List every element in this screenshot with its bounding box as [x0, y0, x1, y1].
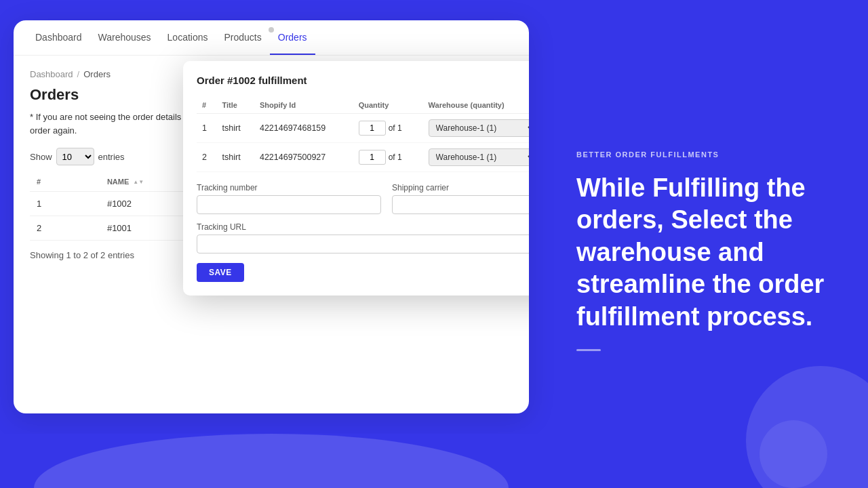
tracking-url-input[interactable] — [197, 235, 529, 253]
accent-line — [576, 349, 601, 351]
nav-dashboard[interactable]: Dashboard — [27, 21, 90, 55]
f-num: 2 — [197, 143, 217, 172]
fulfillment-col-header: Title — [217, 97, 254, 114]
nav-products[interactable]: Products — [216, 21, 270, 55]
nav-warehouses[interactable]: Warehouses — [90, 21, 159, 55]
nav-bar: Dashboard Warehouses Locations Products … — [14, 20, 529, 56]
f-quantity: of 1 — [353, 143, 423, 172]
tracking-url-group: Tracking URL — [197, 222, 529, 253]
col-num: # — [30, 172, 100, 192]
f-shopify-id: 42214697500927 — [254, 143, 353, 172]
entries-label: entries — [98, 152, 125, 162]
left-panel: Dashboard Warehouses Locations Products … — [0, 0, 542, 488]
f-title: tshirt — [217, 143, 254, 172]
breadcrumb-parent[interactable]: Dashboard — [30, 69, 73, 79]
main-card: Dashboard Warehouses Locations Products … — [14, 20, 529, 413]
save-button[interactable]: SAVE — [197, 263, 244, 282]
shipping-carrier-label: Shipping carrier — [392, 183, 529, 192]
f-quantity: of 1 — [353, 114, 423, 143]
fulfillment-col-header: # — [197, 97, 217, 114]
tracking-number-label: Tracking number — [197, 183, 381, 192]
f-shopify-id: 42214697468159 — [254, 114, 353, 143]
fulfillment-row: 2 tshirt 42214697500927 of 1 Warehouse-1… — [197, 143, 529, 172]
qty-input[interactable] — [359, 150, 386, 165]
qty-input[interactable] — [359, 121, 386, 136]
f-warehouse: Warehouse-1 (1) — [423, 114, 529, 143]
shipping-carrier-group: Shipping carrier — [392, 183, 529, 214]
qty-of: of 1 — [389, 152, 402, 162]
f-num: 1 — [197, 114, 217, 143]
white-arc — [34, 434, 509, 488]
warehouse-select[interactable]: Warehouse-1 (1) — [429, 119, 529, 137]
show-label: Show — [30, 152, 52, 162]
warehouse-select[interactable]: Warehouse-1 (1) — [429, 148, 529, 166]
fulfillment-row: 1 tshirt 42214697468159 of 1 Warehouse-1… — [197, 114, 529, 143]
tracking-url-label: Tracking URL — [197, 222, 529, 232]
fulfillment-col-header: Shopify Id — [254, 97, 353, 114]
tracking-number-group: Tracking number — [197, 183, 381, 214]
qty-of: of 1 — [389, 123, 402, 133]
fulfillment-title: Order #1002 fulfillment — [197, 75, 529, 86]
breadcrumb-sep: / — [77, 69, 80, 79]
fulfillment-col-header: Warehouse (quantity) — [423, 97, 529, 114]
tracking-shipping-row: Tracking number Shipping carrier — [197, 183, 529, 214]
cell-num: 2 — [30, 216, 100, 241]
right-panel: BETTER ORDER FULFILLMENTS While Fulfilli… — [542, 0, 868, 488]
deco-circle2 — [760, 420, 827, 488]
fulfillment-table: #TitleShopify IdQuantityWarehouse (quant… — [197, 97, 529, 172]
subtitle-label: BETTER ORDER FULFILLMENTS — [576, 150, 835, 159]
f-title: tshirt — [217, 114, 254, 143]
nav-orders[interactable]: Orders — [270, 21, 315, 55]
shipping-carrier-input[interactable] — [392, 195, 529, 214]
fulfillment-col-header: Quantity — [353, 97, 423, 114]
tracking-number-input[interactable] — [197, 195, 381, 214]
fulfillment-modal: Order #1002 fulfillment #TitleShopify Id… — [183, 61, 529, 296]
nav-locations[interactable]: Locations — [159, 21, 216, 55]
cell-num: 1 — [30, 192, 100, 216]
breadcrumb-current: Orders — [83, 69, 111, 79]
hero-text: While Fulfilling the orders, Select the … — [576, 172, 835, 333]
f-warehouse: Warehouse-1 (1) — [423, 143, 529, 172]
bottom-deco — [0, 434, 542, 488]
entries-select[interactable]: 10 25 50 — [56, 148, 94, 165]
sort-arrows: ▲▼ — [133, 180, 144, 185]
